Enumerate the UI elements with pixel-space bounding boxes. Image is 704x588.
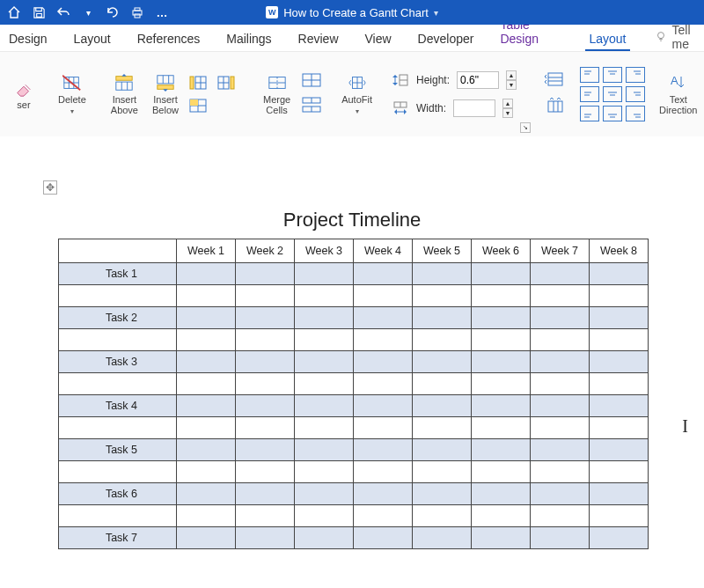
table-cell[interactable] <box>531 483 590 505</box>
align-bot-left[interactable] <box>580 106 599 121</box>
table-cell[interactable] <box>236 461 295 483</box>
table-cell[interactable] <box>472 285 531 307</box>
table-cell[interactable] <box>236 307 295 329</box>
align-top-center[interactable] <box>603 67 622 83</box>
table-cell[interactable] <box>177 527 236 549</box>
table-cell[interactable] <box>590 417 649 439</box>
table-cell[interactable] <box>531 527 590 549</box>
header-cell[interactable]: Week 7 <box>531 239 590 263</box>
table-cell[interactable] <box>236 505 295 527</box>
header-cell[interactable]: Week 5 <box>413 239 472 263</box>
table-cell[interactable] <box>472 373 531 395</box>
table-cell[interactable] <box>531 329 590 351</box>
table-row[interactable]: Task 7 <box>59 527 649 549</box>
table-cell[interactable] <box>236 483 295 505</box>
tab-references[interactable]: References <box>134 27 204 51</box>
table-cell[interactable] <box>472 461 531 483</box>
align-mid-center[interactable] <box>603 86 622 102</box>
table-cell[interactable] <box>413 329 472 351</box>
table-row[interactable]: Task 5 <box>59 439 649 461</box>
table-cell[interactable] <box>236 417 295 439</box>
eraser-button[interactable]: ser <box>9 76 39 114</box>
table-cell[interactable] <box>59 417 177 439</box>
table-cell[interactable] <box>177 439 236 461</box>
table-row[interactable] <box>59 329 649 351</box>
align-bot-center[interactable] <box>603 106 622 121</box>
table-cell[interactable] <box>354 395 413 417</box>
autofit-button[interactable]: AutoFit ▾ <box>336 70 378 118</box>
project-title[interactable]: Project Timeline <box>0 209 704 232</box>
table-cell[interactable] <box>236 285 295 307</box>
table-cell[interactable] <box>590 351 649 373</box>
align-top-right[interactable] <box>626 67 645 83</box>
gantt-table[interactable]: Week 1 Week 2 Week 3 Week 4 Week 5 Week … <box>58 239 649 549</box>
table-cell[interactable] <box>354 307 413 329</box>
table-cell[interactable] <box>531 351 590 373</box>
header-cell[interactable]: Week 4 <box>354 239 413 263</box>
width-spin[interactable]: ▲▼ <box>502 99 513 118</box>
align-bot-right[interactable] <box>626 106 645 121</box>
delete-button[interactable]: Delete ▾ <box>53 70 92 118</box>
table-cell[interactable] <box>354 329 413 351</box>
table-cell[interactable] <box>590 439 649 461</box>
table-cell[interactable] <box>354 505 413 527</box>
table-cell[interactable] <box>177 329 236 351</box>
distribute-columns-button[interactable] <box>545 98 566 117</box>
table-cell[interactable] <box>472 483 531 505</box>
tab-view[interactable]: View <box>362 27 395 51</box>
table-cell[interactable] <box>295 329 354 351</box>
table-cell[interactable] <box>177 505 236 527</box>
insert-left-button[interactable] <box>187 74 209 92</box>
table-cell[interactable] <box>413 263 472 285</box>
table-cell[interactable] <box>472 395 531 417</box>
table-cell[interactable] <box>413 461 472 483</box>
height-spin[interactable]: ▲▼ <box>506 70 517 90</box>
task-label[interactable]: Task 3 <box>59 351 177 373</box>
title-chevron-icon[interactable]: ▾ <box>434 8 438 18</box>
table-cell[interactable] <box>531 263 590 285</box>
table-cell[interactable] <box>236 373 295 395</box>
table-row[interactable]: Task 3 <box>59 351 649 373</box>
table-cell[interactable] <box>472 439 531 461</box>
table-cell[interactable] <box>590 461 649 483</box>
table-cell[interactable] <box>354 351 413 373</box>
width-input[interactable] <box>453 99 495 117</box>
table-cell[interactable] <box>59 373 177 395</box>
table-cell[interactable] <box>590 483 649 505</box>
table-cell[interactable] <box>295 527 354 549</box>
more-commands-icon[interactable]: … <box>155 5 169 19</box>
table-cell[interactable] <box>354 439 413 461</box>
table-cell[interactable] <box>177 285 236 307</box>
table-cell[interactable] <box>413 527 472 549</box>
insert-cells-button[interactable] <box>187 97 209 114</box>
table-cell[interactable] <box>413 351 472 373</box>
table-cell[interactable] <box>413 307 472 329</box>
table-row[interactable]: Task 1 <box>59 263 649 285</box>
task-label[interactable]: Task 5 <box>59 439 177 461</box>
home-icon[interactable] <box>7 5 21 19</box>
header-cell[interactable]: Week 6 <box>472 239 531 263</box>
table-cell[interactable] <box>590 307 649 329</box>
table-cell[interactable] <box>59 329 177 351</box>
height-input[interactable] <box>457 71 499 89</box>
split-table-button[interactable] <box>301 97 322 116</box>
table-cell[interactable] <box>590 263 649 285</box>
task-label[interactable]: Task 2 <box>59 307 177 329</box>
table-cell[interactable] <box>590 329 649 351</box>
save-icon[interactable] <box>32 5 46 19</box>
table-cell[interactable] <box>295 285 354 307</box>
text-direction-button[interactable]: A Text Direction <box>654 70 702 118</box>
table-cell[interactable] <box>472 307 531 329</box>
split-cells-button[interactable] <box>301 72 322 92</box>
table-cell[interactable] <box>177 395 236 417</box>
table-cell[interactable] <box>354 285 413 307</box>
table-row[interactable]: Task 6 <box>59 483 649 505</box>
redo-icon[interactable] <box>106 5 120 19</box>
header-cell-empty[interactable] <box>59 239 177 263</box>
table-cell[interactable] <box>472 417 531 439</box>
table-cell[interactable] <box>354 263 413 285</box>
table-row[interactable]: Task 4 <box>59 395 649 417</box>
table-cell[interactable] <box>236 351 295 373</box>
undo-icon[interactable] <box>56 5 70 19</box>
table-cell[interactable] <box>413 417 472 439</box>
